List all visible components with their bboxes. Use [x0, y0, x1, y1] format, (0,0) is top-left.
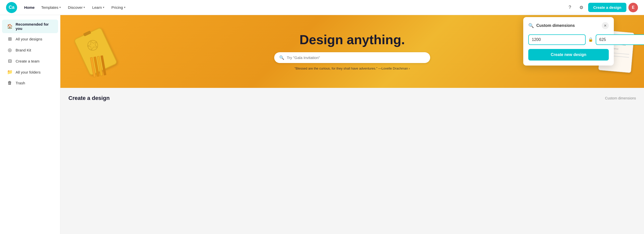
sidebar-icon-folders: 📁: [7, 69, 13, 75]
learn-chevron-icon: ▾: [103, 6, 104, 9]
sidebar-label-trash: Trash: [16, 81, 25, 85]
luggage-strap-decor: [83, 31, 91, 37]
sidebar: 🏠 Recommended for you ⊞ All your designs…: [0, 15, 60, 234]
settings-icon: ⚙: [579, 5, 583, 10]
sidebar-item-trash[interactable]: 🗑 Trash: [2, 78, 58, 88]
create-design-section-title: Create a design: [68, 95, 110, 101]
custom-dimensions-panel: 🔍 Custom dimensions ✕ 🔒 px ▾ in cm mm Cr…: [523, 17, 614, 66]
help-button[interactable]: ?: [565, 3, 575, 12]
close-icon: ✕: [604, 24, 607, 28]
nav-discover-label: Discover: [68, 5, 83, 10]
sidebar-item-designs[interactable]: ⊞ All your designs: [2, 34, 58, 44]
sidebar-item-team[interactable]: ⊟ Create a team: [2, 56, 58, 66]
create-new-design-button[interactable]: Create new design: [528, 49, 609, 61]
sidebar-label-recommended: Recommended for you: [16, 22, 53, 31]
section-row: Create a design Custom dimensions: [60, 88, 644, 104]
lock-icon: 🔒: [588, 37, 593, 42]
panel-close-button[interactable]: ✕: [602, 22, 609, 29]
sidebar-icon-trash: 🗑: [7, 80, 13, 86]
sidebar-label-brand: Brand Kit: [16, 48, 31, 52]
width-input[interactable]: [528, 34, 586, 45]
custom-dimensions-link[interactable]: Custom dimensions: [605, 96, 636, 100]
svg-marker-1: [86, 39, 99, 51]
hero-search-icon: 🔍: [279, 55, 284, 60]
topnav: Ca Home Templates ▾ Discover ▾ Learn ▾ P…: [0, 0, 644, 15]
sidebar-icon-designs: ⊞: [7, 36, 13, 42]
hero-left-decor: [60, 15, 131, 88]
dimension-inputs: 🔒 px ▾ in cm mm: [528, 34, 609, 45]
sidebar-icon-recommended: 🏠: [7, 24, 13, 29]
create-design-button[interactable]: Create a design: [588, 3, 626, 12]
nav-discover[interactable]: Discover ▾: [65, 4, 88, 11]
height-input[interactable]: [596, 34, 644, 45]
nav-home[interactable]: Home: [22, 4, 37, 11]
hero-search-bar: 🔍: [274, 52, 430, 63]
sidebar-item-brand[interactable]: ◎ Brand Kit: [2, 45, 58, 55]
sidebar-label-folders: All your folders: [16, 70, 41, 74]
avatar-button[interactable]: E: [628, 3, 638, 12]
logo-text: Ca: [9, 5, 14, 10]
hero-quote[interactable]: "Blessed are the curious, for they shall…: [295, 67, 410, 70]
sidebar-label-designs: All your designs: [16, 37, 42, 41]
help-icon: ?: [569, 5, 571, 10]
nav-pricing-label: Pricing: [111, 5, 123, 10]
panel-title: Custom dimensions: [536, 23, 575, 28]
nav-learn-label: Learn: [92, 5, 102, 10]
sidebar-icon-team: ⊟: [7, 58, 13, 64]
discover-chevron-icon: ▾: [84, 6, 85, 9]
svg-point-0: [86, 39, 99, 52]
settings-button[interactable]: ⚙: [577, 3, 586, 12]
panel-search-icon: 🔍: [528, 23, 534, 28]
nav-pricing[interactable]: Pricing ▾: [109, 4, 128, 11]
panel-header-left: 🔍 Custom dimensions: [528, 23, 575, 28]
avatar-letter: E: [632, 5, 635, 10]
hero-search-input[interactable]: [287, 55, 425, 60]
sidebar-label-team: Create a team: [16, 59, 39, 63]
nav-templates[interactable]: Templates ▾: [39, 4, 63, 11]
sidebar-item-folders[interactable]: 📁 All your folders: [2, 67, 58, 77]
nav-templates-label: Templates: [41, 5, 58, 10]
hero-title: Design anything.: [300, 33, 405, 47]
templates-chevron-icon: ▾: [59, 6, 61, 9]
sidebar-item-recommended[interactable]: 🏠 Recommended for you: [2, 20, 58, 33]
nav-learn[interactable]: Learn ▾: [90, 4, 107, 11]
pricing-chevron-icon: ▾: [124, 6, 126, 9]
panel-header: 🔍 Custom dimensions ✕: [528, 22, 609, 29]
logo-button[interactable]: Ca: [6, 2, 17, 13]
sidebar-icon-brand: ◎: [7, 47, 13, 53]
